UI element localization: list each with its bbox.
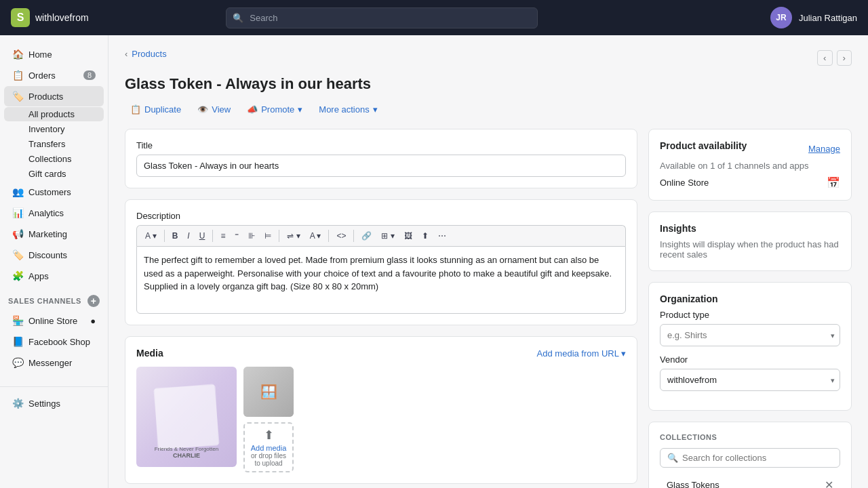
availability-title: Product availability [660,140,747,151]
sidebar-item-facebook-shop[interactable]: 📘 Facebook Shop [4,331,104,352]
media-thumbnail[interactable]: 🪟 [243,367,294,417]
collection-glass-tokens-remove-button[interactable]: ✕ [825,479,833,488]
main-content: ‹ Products ‹ › Glass Token - Always in o… [108,35,868,488]
sidebar-item-messenger[interactable]: 💬 Messenger [4,352,104,373]
description-toolbar: A ▾ B I U ≡ ⁼ ⊪ ⊨ ⇌ ▾ A ▾ <> [136,225,626,246]
product-type-label: Product type [660,310,840,320]
sidebar-item-home[interactable]: 🏠 Home [4,44,104,64]
toolbar-text-color-button[interactable]: A ▾ [306,228,326,243]
breadcrumb-products-link[interactable]: Products [132,49,166,59]
organization-card: Organization Product type ▾ Vendor ▾ [648,282,852,411]
toolbar-text-direction-button[interactable]: ⇌ ▾ [283,228,304,243]
collections-list: Glass Tokens ✕ What's New? Auto Recommen… [660,473,840,488]
toolbar-table-button[interactable]: ⊞ ▾ [377,228,398,243]
availability-row: Online Store 📅 [660,176,840,189]
shopify-icon: S [11,8,30,27]
analytics-icon: 📊 [12,207,23,218]
collection-glass-tokens: Glass Tokens ✕ [660,473,840,488]
media-grid: Friends & Never ForgottenCHARLIE 🪟 ⬆ Add… [136,367,626,472]
collections-search-input[interactable] [682,453,833,463]
more-actions-label: More actions [319,104,369,115]
toolbar-italic-button[interactable]: I [183,228,193,243]
toolbar-more-button[interactable]: ⋯ [434,228,450,243]
toolbar-separator-3 [279,230,279,242]
sidebar-sub-gift-cards[interactable]: Gift cards [4,167,104,181]
toolbar-font-button[interactable]: A ▾ [141,228,161,243]
upload-label: Add media [251,444,287,452]
view-button[interactable]: 👁️ View [192,101,236,118]
media-title: Media [136,348,163,359]
insights-title: Insights [660,223,840,234]
toolbar-image-button[interactable]: 🖼 [400,228,416,243]
collection-glass-tokens-label: Glass Tokens [667,480,719,488]
toolbar-bullet-list-button[interactable]: ≡ [216,228,229,243]
availability-description: Available on 1 of 1 channels and apps [660,161,840,171]
vendor-label: Vendor [660,354,840,365]
toolbar-align-right-button[interactable]: ⊨ [260,228,275,243]
content-grid: Title Description A ▾ B I U ≡ ⁼ [125,129,852,488]
title-card: Title [125,129,637,188]
media-upload-area[interactable]: ⬆ Add media or drop files to upload [243,422,294,472]
toolbar-number-list-button[interactable]: ⁼ [231,228,243,243]
media-main-image[interactable]: Friends & Never ForgottenCHARLIE [136,367,237,467]
product-type-field: Product type ▾ [660,310,840,346]
description-area[interactable]: The perfect gift to remember a loved pet… [136,246,626,314]
sidebar-sub-all-products[interactable]: All products [4,107,104,121]
calendar-icon[interactable]: 📅 [827,176,840,189]
collections-card: COLLECTIONS 🔍 Glass Tokens ✕ What's New? [648,422,852,488]
sidebar-sub-collections[interactable]: Collections [4,152,104,166]
sidebar-label-messenger: Messenger [28,358,72,368]
sidebar-item-customers[interactable]: 👥 Customers [4,182,104,202]
vendor-input[interactable] [660,369,840,391]
sidebar-sub-transfers[interactable]: Transfers [4,137,104,151]
toolbar-code-button[interactable]: <> [332,228,350,243]
add-media-from-url-button[interactable]: Add media from URL ▾ [537,348,626,359]
media-card: Media Add media from URL ▾ Friends & Nev… [125,336,637,484]
toolbar-link-button[interactable]: 🔗 [357,228,376,243]
sidebar-label-marketing: Marketing [28,229,67,239]
collections-search-icon: 🔍 [667,453,678,463]
sidebar-item-apps[interactable]: 🧩 Apps [4,266,104,286]
back-arrow-icon: ‹ [125,49,127,59]
duplicate-label: Duplicate [144,104,181,115]
sidebar-item-marketing[interactable]: 📢 Marketing [4,224,104,244]
search-input[interactable] [226,7,538,28]
sidebar-item-settings[interactable]: ⚙️ Settings [4,393,104,413]
search-icon: 🔍 [233,13,243,23]
toolbar-upload-button[interactable]: ⬆ [418,228,433,243]
promote-button[interactable]: 📣 Promote ▾ [241,101,308,118]
organization-title: Organization [660,293,840,304]
sidebar-label-home: Home [28,49,52,60]
avatar[interactable]: JR [770,7,792,28]
more-actions-button[interactable]: More actions ▾ [313,101,382,118]
sidebar-sub-inventory[interactable]: Inventory [4,122,104,136]
sidebar-item-orders[interactable]: 📋 Orders 8 [4,65,104,85]
title-label: Title [136,140,626,150]
toolbar-underline-button[interactable]: U [195,228,210,243]
insights-card: Insights Insights will display when the … [648,211,852,271]
nav-prev-button[interactable]: ‹ [817,50,832,66]
duplicate-button[interactable]: 📋 Duplicate [125,101,186,118]
sidebar-item-products[interactable]: 🏷️ Products [4,86,104,106]
nav-next-button[interactable]: › [837,50,852,66]
title-input[interactable] [136,155,626,177]
sidebar-label-online-store: Online Store [28,316,77,326]
toolbar-bold-button[interactable]: B [168,228,182,243]
add-sales-channel-button[interactable]: + [87,295,100,307]
sidebar-label-orders: Orders [28,70,56,81]
search-bar: 🔍 [226,7,538,28]
sidebar-item-discounts[interactable]: 🏷️ Discounts [4,245,104,265]
orders-badge: 8 [83,70,96,80]
toolbar-separator-5 [353,230,354,242]
page-header: Glass Token - Always in our hearts [125,75,852,93]
sidebar-item-online-store[interactable]: 🏪 Online Store ● [4,310,104,331]
description-card: Description A ▾ B I U ≡ ⁼ ⊪ ⊨ ⇌ ▾ [125,199,637,325]
product-type-input[interactable] [660,324,840,346]
topnav-right: JR Julian Rattigan [770,7,857,28]
breadcrumb: ‹ Products [125,49,167,59]
sidebar-item-analytics[interactable]: 📊 Analytics [4,203,104,223]
sidebar-label-analytics: Analytics [28,208,64,218]
toolbar-align-left-button[interactable]: ⊪ [244,228,259,243]
manage-link[interactable]: Manage [808,144,840,154]
brand-logo[interactable]: S withlovefrom [11,8,106,27]
